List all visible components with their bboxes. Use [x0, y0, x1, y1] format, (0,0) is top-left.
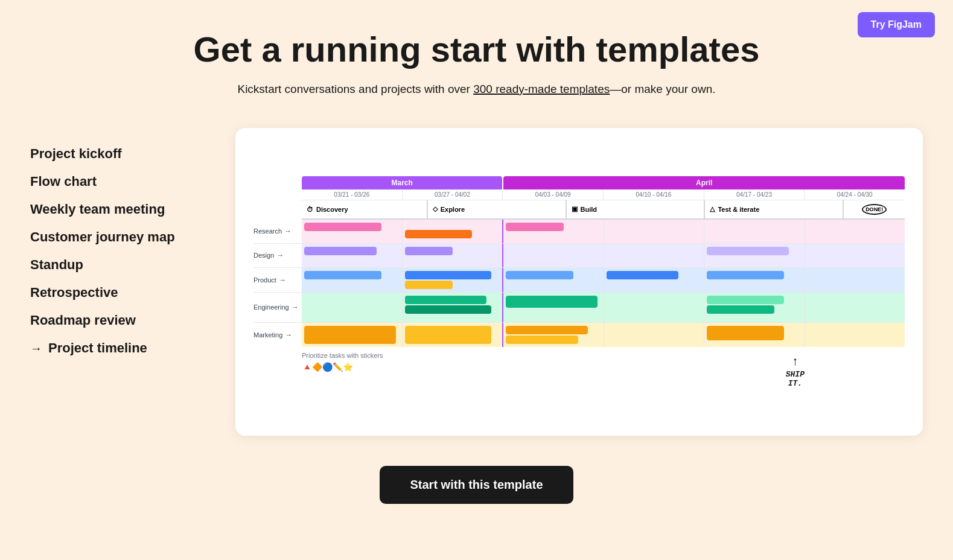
seg-r1 [302, 220, 403, 243]
engineering-cells [302, 293, 905, 322]
week-cell-3: 04/03 - 04/09 [503, 189, 604, 200]
ship-arrow-icon: ↑ [792, 355, 798, 367]
sidebar-item-label: Project kickoff [30, 146, 122, 162]
seg-r2 [403, 220, 504, 243]
row-product: Product → [253, 268, 905, 293]
timeline-rows: Research → [253, 220, 905, 347]
seg-d3 [503, 244, 604, 267]
phase-explore: ◇ Explore [428, 200, 567, 218]
sidebar-item-retrospective[interactable]: Retrospective [30, 279, 211, 307]
month-march: March [302, 176, 502, 189]
page-title: Get a running start with templates [12, 30, 941, 69]
phase-label: Build [581, 206, 598, 213]
explore-icon: ◇ [433, 205, 438, 213]
week-cell-5: 04/17 - 04/23 [704, 189, 805, 200]
seg-d4 [604, 244, 705, 267]
start-template-button[interactable]: Start with this template [380, 466, 573, 504]
active-arrow-icon: → [30, 342, 42, 355]
week-cell-2: 03/27 - 04/02 [403, 189, 503, 200]
research-cells [302, 220, 905, 243]
seg-e5 [704, 293, 805, 322]
templates-link[interactable]: 300 ready-made templates [473, 83, 610, 95]
row-marketing: Marketing → [253, 323, 905, 347]
sidebar-item-flow-chart[interactable]: Flow chart [30, 168, 211, 196]
sidebar-nav: Project kickoff Flow chart Weekly team m… [30, 128, 211, 362]
sidebar-item-label: Roadmap review [30, 313, 136, 328]
design-cells [302, 244, 905, 267]
phase-discovery: ⏱ Discovery [302, 200, 428, 218]
done-badge: DONE! [862, 204, 887, 215]
row-engineering: Engineering → [253, 293, 905, 323]
sidebar-item-standup[interactable]: Standup [30, 251, 211, 279]
seg-d2 [403, 244, 504, 267]
ship-it-text: SHIPIT. [786, 370, 805, 388]
emoji-stickers: 🔺🔶🔵✏️⭐ [302, 362, 412, 372]
week-cell-4: 04/10 - 04/16 [604, 189, 704, 200]
row-label-research: Research → [253, 220, 302, 243]
phase-build: ▣ Build [567, 200, 706, 218]
sidebar-item-weekly-team-meeting[interactable]: Weekly team meeting [30, 196, 211, 223]
seg-m5 [704, 323, 805, 347]
month-april: April [503, 176, 905, 189]
seg-p2 [403, 268, 504, 292]
timeline-chart: March April 03/21 - 03/26 03/27 - 04/02 … [253, 176, 905, 388]
week-cell-1: 03/21 - 03/26 [302, 189, 403, 200]
sidebar-item-project-timeline[interactable]: → Project timeline [30, 334, 211, 362]
sidebar-item-customer-journey-map[interactable]: Customer journey map [30, 223, 211, 251]
row-research: Research → [253, 220, 905, 244]
seg-r4 [604, 220, 705, 243]
seg-m4 [604, 323, 705, 347]
seg-r3 [503, 220, 604, 243]
sidebar-item-roadmap-review[interactable]: Roadmap review [30, 307, 211, 334]
sidebar-item-label: Weekly team meeting [30, 202, 165, 217]
template-preview-panel: March April 03/21 - 03/26 03/27 - 04/02 … [235, 128, 923, 436]
seg-d6 [805, 244, 905, 267]
seg-m2 [403, 323, 504, 347]
phase-test: △ Test & iterate [705, 200, 844, 218]
build-icon: ▣ [572, 205, 578, 213]
test-icon: △ [710, 205, 715, 213]
sidebar-item-label: Customer journey map [30, 229, 175, 245]
seg-m6 [805, 323, 905, 347]
week-headers: 03/21 - 03/26 03/27 - 04/02 04/03 - 04/0… [302, 189, 905, 200]
page-header: Try FigJam Get a running start with temp… [0, 0, 953, 116]
sidebar-item-label: Retrospective [30, 285, 118, 301]
discovery-icon: ⏱ [307, 206, 313, 213]
seg-p5 [704, 268, 805, 292]
chart-annotations: Prioritize tasks with stickers 🔺🔶🔵✏️⭐ ↑ … [302, 352, 905, 388]
phase-done: DONE! [844, 200, 905, 218]
product-cells [302, 268, 905, 292]
seg-e4 [604, 293, 705, 322]
prioritize-text: Prioritize tasks with stickers [302, 352, 412, 359]
seg-p1 [302, 268, 403, 292]
seg-e3 [503, 293, 604, 322]
sidebar-item-label: Standup [30, 257, 83, 273]
sidebar-item-label: Project timeline [48, 340, 147, 356]
ship-it-area: ↑ SHIPIT. [741, 352, 850, 388]
phase-label: Discovery [316, 206, 348, 213]
seg-d5 [704, 244, 805, 267]
row-label-engineering: Engineering → [253, 293, 302, 322]
phase-label: Test & iterate [718, 206, 759, 213]
sidebar-item-project-kickoff[interactable]: Project kickoff [30, 140, 211, 168]
seg-p4 [604, 268, 705, 292]
phase-headers: ⏱ Discovery ◇ Explore ▣ Build △ Test & i… [302, 200, 905, 220]
row-label-product: Product → [253, 268, 302, 292]
seg-r6 [805, 220, 905, 243]
cta-section: Start with this template [0, 436, 953, 528]
seg-e2 [403, 293, 504, 322]
prioritize-note-area: Prioritize tasks with stickers 🔺🔶🔵✏️⭐ [302, 352, 412, 378]
month-headers: March April [302, 176, 905, 189]
header-subtitle: Kickstart conversations and projects wit… [12, 81, 941, 98]
row-label-marketing: Marketing → [253, 323, 302, 347]
row-design: Design → [253, 244, 905, 268]
seg-m3 [503, 323, 604, 347]
main-content: Project kickoff Flow chart Weekly team m… [0, 116, 953, 436]
try-figjam-button[interactable]: Try FigJam [858, 12, 935, 37]
marketing-cells [302, 323, 905, 347]
seg-d1 [302, 244, 403, 267]
seg-p6 [805, 268, 905, 292]
seg-e6 [805, 293, 905, 322]
week-cell-6: 04/24 - 04/30 [805, 189, 905, 200]
seg-r5 [704, 220, 805, 243]
